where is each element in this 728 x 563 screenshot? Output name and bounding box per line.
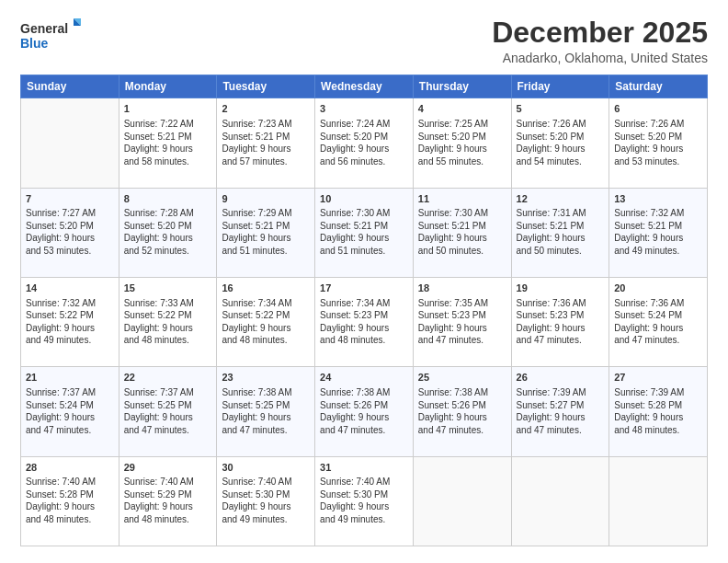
calendar-cell-w5-d6 (609, 456, 708, 546)
calendar-cell-w1-d0 (21, 98, 119, 188)
day-number: 10 (320, 192, 408, 206)
day-info-line: and 48 minutes. (222, 335, 287, 345)
day-info-line: Sunset: 5:24 PM (614, 310, 682, 320)
logo: General Blue (20, 17, 85, 53)
day-info-line: and 55 minutes. (418, 156, 483, 167)
day-info-line: Sunrise: 7:38 AM (222, 387, 291, 397)
calendar-cell-w3-d4: 18Sunrise: 7:35 AMSunset: 5:23 PMDayligh… (413, 277, 511, 366)
col-monday: Monday (119, 75, 217, 98)
calendar-week-2: 7Sunrise: 7:27 AMSunset: 5:20 PMDaylight… (21, 188, 708, 277)
col-saturday: Saturday (609, 75, 708, 98)
day-info-line: Sunrise: 7:25 AM (418, 119, 488, 129)
day-number: 8 (124, 192, 212, 206)
day-info-line: Daylight: 9 hours (320, 323, 389, 333)
day-number: 22 (124, 371, 212, 385)
day-info-line: Sunset: 5:21 PM (418, 221, 486, 231)
day-info-line: Daylight: 9 hours (418, 323, 487, 333)
day-info-line: Sunrise: 7:26 AM (517, 119, 586, 129)
day-info-line: Sunrise: 7:34 AM (320, 298, 390, 308)
day-info-line: and 48 minutes. (320, 335, 385, 345)
calendar-cell-w1-d1: 1Sunrise: 7:22 AMSunset: 5:21 PMDaylight… (119, 98, 217, 188)
day-info-line: and 47 minutes. (222, 425, 287, 435)
day-info-line: and 48 minutes. (124, 514, 189, 524)
day-number: 14 (26, 282, 114, 295)
day-info-line: and 47 minutes. (517, 425, 582, 435)
day-info-line: and 49 minutes. (320, 514, 385, 524)
day-info-line: and 50 minutes. (517, 246, 582, 256)
day-info-line: and 47 minutes. (614, 335, 679, 345)
day-number: 21 (26, 371, 114, 385)
day-info-line: Daylight: 9 hours (222, 233, 290, 243)
svg-text:Blue: Blue (20, 36, 49, 51)
day-info-line: Sunrise: 7:36 AM (517, 298, 586, 308)
day-info-line: Sunrise: 7:40 AM (320, 477, 390, 487)
day-info-line: Sunset: 5:20 PM (320, 132, 388, 142)
day-info-line: Sunrise: 7:34 AM (222, 298, 291, 308)
calendar-cell-w1-d2: 2Sunrise: 7:23 AMSunset: 5:21 PMDaylight… (217, 98, 315, 188)
day-info-line: Sunset: 5:25 PM (222, 400, 290, 410)
day-info-line: Sunrise: 7:40 AM (124, 477, 194, 487)
day-info-line: Daylight: 9 hours (517, 233, 586, 243)
day-info-line: Sunrise: 7:32 AM (26, 298, 96, 308)
day-info-line: Daylight: 9 hours (418, 144, 487, 154)
calendar-cell-w2-d4: 11Sunrise: 7:30 AMSunset: 5:21 PMDayligh… (413, 188, 511, 277)
day-info-line: Daylight: 9 hours (124, 144, 193, 154)
calendar-cell-w5-d4 (413, 456, 511, 546)
day-number: 25 (418, 371, 506, 385)
day-info-line: Sunset: 5:29 PM (124, 489, 192, 500)
title-block: December 2025 Anadarko, Oklahoma, United… (492, 17, 708, 65)
day-info-line: Sunset: 5:26 PM (320, 400, 388, 410)
day-info-line: Sunset: 5:21 PM (222, 132, 290, 142)
day-number: 4 (418, 102, 506, 116)
day-info-line: Daylight: 9 hours (124, 501, 193, 511)
day-info-line: Daylight: 9 hours (614, 412, 683, 422)
day-info-line: Sunrise: 7:38 AM (418, 387, 488, 397)
day-number: 31 (320, 461, 408, 475)
calendar-cell-w4-d0: 21Sunrise: 7:37 AMSunset: 5:24 PMDayligh… (21, 367, 119, 456)
day-info-line: and 51 minutes. (320, 246, 385, 256)
day-info-line: Sunset: 5:30 PM (320, 489, 388, 500)
day-info-line: Sunrise: 7:39 AM (614, 387, 684, 397)
day-info-line: Sunset: 5:27 PM (517, 400, 585, 410)
day-info-line: Sunrise: 7:23 AM (222, 119, 291, 129)
day-info-line: and 49 minutes. (614, 246, 679, 256)
day-info-line: and 48 minutes. (26, 514, 91, 524)
calendar-table: Sunday Monday Tuesday Wednesday Thursday… (20, 75, 708, 546)
day-number: 9 (222, 192, 310, 206)
day-info-line: Daylight: 9 hours (26, 323, 95, 333)
day-info-line: Sunrise: 7:37 AM (124, 387, 194, 397)
calendar-cell-w5-d5 (511, 456, 609, 546)
day-info-line: Daylight: 9 hours (124, 412, 193, 422)
col-wednesday: Wednesday (315, 75, 414, 98)
day-number: 5 (517, 102, 605, 116)
day-info-line: Sunrise: 7:30 AM (320, 208, 390, 218)
day-info-line: Sunrise: 7:29 AM (222, 208, 291, 218)
calendar-cell-w4-d5: 26Sunrise: 7:39 AMSunset: 5:27 PMDayligh… (511, 367, 609, 456)
day-info-line: and 47 minutes. (517, 335, 582, 345)
day-info-line: and 47 minutes. (124, 425, 189, 435)
day-info-line: Sunset: 5:23 PM (320, 310, 388, 320)
calendar-week-5: 28Sunrise: 7:40 AMSunset: 5:28 PMDayligh… (21, 456, 708, 546)
day-number: 23 (222, 371, 310, 385)
day-number: 12 (517, 192, 605, 206)
day-info-line: Sunset: 5:21 PM (222, 221, 290, 231)
calendar-cell-w4-d6: 27Sunrise: 7:39 AMSunset: 5:28 PMDayligh… (609, 367, 708, 456)
day-info-line: Daylight: 9 hours (614, 323, 683, 333)
day-info-line: and 56 minutes. (320, 156, 385, 167)
day-number: 20 (614, 282, 702, 295)
day-info-line: Daylight: 9 hours (320, 412, 389, 422)
day-info-line: Sunset: 5:23 PM (517, 310, 585, 320)
calendar-cell-w2-d3: 10Sunrise: 7:30 AMSunset: 5:21 PMDayligh… (315, 188, 414, 277)
calendar-cell-w5-d1: 29Sunrise: 7:40 AMSunset: 5:29 PMDayligh… (119, 456, 217, 546)
page: General Blue December 2025 Anadarko, Okl… (0, 0, 728, 563)
day-info-line: Daylight: 9 hours (222, 412, 290, 422)
calendar-cell-w1-d3: 3Sunrise: 7:24 AMSunset: 5:20 PMDaylight… (315, 98, 414, 188)
day-number: 24 (320, 371, 408, 385)
day-info-line: Sunrise: 7:28 AM (124, 208, 194, 218)
day-info-line: Sunrise: 7:39 AM (517, 387, 586, 397)
day-info-line: Sunset: 5:22 PM (26, 310, 94, 320)
col-friday: Friday (511, 75, 609, 98)
col-thursday: Thursday (413, 75, 511, 98)
day-number: 3 (320, 102, 408, 116)
header: General Blue December 2025 Anadarko, Okl… (20, 17, 708, 65)
